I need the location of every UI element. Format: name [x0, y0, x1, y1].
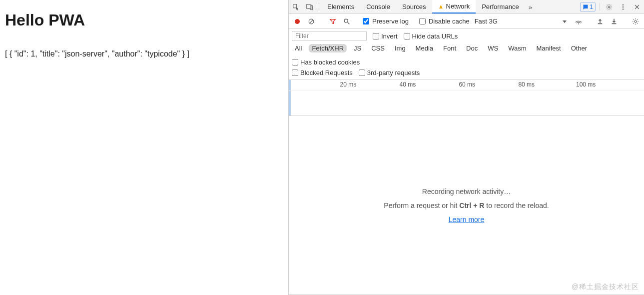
tab-network[interactable]: ▲Network [432, 0, 476, 14]
svg-point-6 [295, 19, 300, 24]
type-filter-manifest[interactable]: Manifest [533, 44, 564, 52]
divider [319, 3, 319, 10]
learn-more-link[interactable]: Learn more [449, 216, 485, 224]
blocked-requests-label: Blocked Requests [300, 69, 353, 76]
timeline-ruler[interactable]: 20 ms40 ms60 ms80 ms100 ms [289, 80, 644, 116]
tab-sources[interactable]: Sources [396, 0, 432, 14]
more-tabs-chevron-icon[interactable]: » [525, 0, 536, 14]
has-blocked-cookies-checkbox[interactable]: Has blocked cookies [292, 58, 360, 66]
disable-cache-label: Disable cache [429, 18, 470, 25]
upload-har-icon[interactable] [595, 16, 606, 27]
page-json-output: [ { "id": 1, "title": "json-server", "au… [5, 50, 283, 58]
type-filter-media[interactable]: Media [413, 44, 436, 52]
tab-label: Performance [482, 3, 519, 10]
tab-console[interactable]: Console [360, 0, 396, 14]
third-party-checkbox[interactable]: 3rd-party requests [359, 69, 420, 76]
watermark: @稀土掘金技术社区 [572, 282, 639, 292]
disable-cache-checkbox[interactable]: Disable cache [419, 18, 470, 25]
filter-funnel-icon[interactable] [327, 16, 338, 27]
svg-point-3 [623, 4, 624, 5]
svg-point-5 [623, 8, 624, 10]
network-settings-gear-icon[interactable] [630, 16, 641, 27]
tab-label: Network [446, 2, 470, 10]
network-conditions-icon[interactable] [573, 16, 584, 27]
record-icon[interactable] [292, 16, 303, 27]
throttling-select[interactable]: Fast 3G [473, 17, 500, 26]
invert-label: Invert [381, 32, 398, 40]
hide-data-urls-label: Hide data URLs [412, 32, 458, 40]
svg-point-9 [578, 23, 579, 24]
inspect-icon[interactable] [289, 0, 303, 14]
preserve-log-label: Preserve log [372, 18, 409, 25]
page-content: Hello PWA [ { "id": 1, "title": "json-se… [0, 0, 288, 295]
tab-label: Console [366, 3, 390, 10]
blocked-requests-checkbox[interactable]: Blocked Requests [292, 69, 353, 76]
type-filter-font[interactable]: Font [440, 44, 459, 52]
ruler-tick: 100 ms [576, 81, 596, 88]
type-filter-doc[interactable]: Doc [463, 44, 481, 52]
resource-type-filters: AllFetch/XHRJSCSSImgMediaFontDocWSWasmMa… [292, 44, 590, 52]
hint-prefix: Perform a request or hit [384, 202, 459, 210]
search-icon[interactable] [341, 16, 352, 27]
type-filter-wasm[interactable]: Wasm [505, 44, 529, 52]
tab-label: Sources [402, 3, 426, 10]
issues-badge[interactable]: 1 [580, 2, 596, 12]
type-filter-other[interactable]: Other [568, 44, 591, 52]
download-har-icon[interactable] [609, 16, 620, 27]
hint-suffix: to record the reload. [484, 202, 549, 210]
hide-data-urls-checkbox[interactable]: Hide data URLs [404, 32, 458, 40]
hint-key: Ctrl + R [459, 202, 484, 210]
invert-checkbox[interactable]: Invert [373, 32, 398, 40]
ruler-tick: 60 ms [459, 81, 475, 88]
ruler-tick: 20 ms [340, 81, 357, 88]
network-empty-state: Recording network activity… Perform a re… [289, 116, 644, 295]
type-filter-all[interactable]: All [292, 44, 305, 52]
device-toolbar-icon[interactable] [303, 0, 317, 14]
empty-headline: Recording network activity… [422, 188, 511, 196]
warning-icon: ▲ [438, 3, 444, 10]
filter-input[interactable] [292, 31, 367, 41]
tab-label: Elements [327, 3, 354, 10]
preserve-log-checkbox[interactable]: Preserve log [363, 18, 409, 25]
clear-icon[interactable] [306, 16, 317, 27]
ruler-tick: 80 ms [518, 81, 535, 88]
third-party-label: 3rd-party requests [367, 69, 420, 76]
svg-point-2 [608, 6, 610, 8]
svg-point-4 [623, 6, 624, 8]
divider [600, 3, 600, 10]
tab-elements[interactable]: Elements [321, 0, 360, 14]
svg-rect-11 [612, 23, 617, 24]
tab-performance[interactable]: Performance [476, 0, 525, 14]
empty-hint: Perform a request or hit Ctrl + R to rec… [384, 202, 549, 210]
throttle-dropdown-icon[interactable] [559, 16, 570, 27]
type-filter-img[interactable]: Img [392, 44, 409, 52]
type-filter-js[interactable]: JS [351, 44, 364, 52]
svg-point-8 [344, 19, 348, 22]
has-blocked-cookies-label: Has blocked cookies [300, 58, 360, 66]
svg-point-12 [635, 20, 637, 22]
type-filter-css[interactable]: CSS [368, 44, 388, 52]
issues-count: 1 [590, 4, 593, 10]
ruler-tick: 40 ms [400, 81, 416, 88]
page-title: Hello PWA [5, 11, 283, 30]
type-filter-ws[interactable]: WS [485, 44, 501, 52]
network-filter-bar: Invert Hide data URLs AllFetch/XHRJSCSSI… [289, 29, 644, 80]
devtools-panel: ElementsConsoleSources▲NetworkPerformanc… [288, 0, 644, 295]
devtools-tab-bar: ElementsConsoleSources▲NetworkPerformanc… [289, 0, 644, 14]
type-filter-fetch-xhr[interactable]: Fetch/XHR [309, 44, 347, 52]
close-icon[interactable] [630, 0, 644, 14]
settings-gear-icon[interactable] [602, 0, 616, 14]
network-toolbar: Preserve log Disable cache Fast 3G [289, 14, 644, 29]
svg-rect-10 [598, 23, 603, 24]
throttling-value: Fast 3G [475, 18, 498, 25]
kebab-menu-icon[interactable] [616, 0, 630, 14]
